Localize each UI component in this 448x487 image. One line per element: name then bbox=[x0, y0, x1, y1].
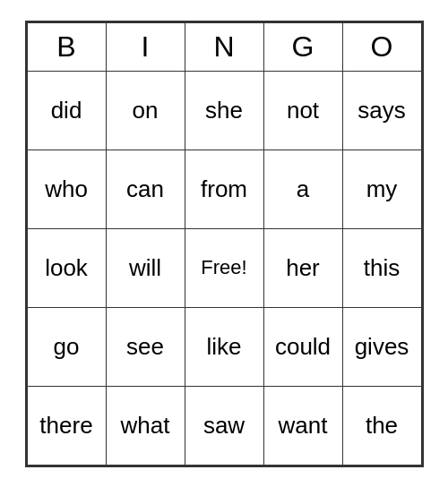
cell-1-3: a bbox=[263, 150, 342, 228]
header-row: BINGO bbox=[27, 22, 421, 71]
cell-2-3: her bbox=[263, 228, 342, 307]
header-col-g: G bbox=[263, 22, 342, 71]
cell-4-3: want bbox=[263, 386, 342, 465]
header-col-o: O bbox=[342, 22, 421, 71]
cell-3-1: see bbox=[106, 307, 185, 386]
cell-4-1: what bbox=[106, 386, 185, 465]
bingo-row-2: lookwillFree!herthis bbox=[27, 228, 421, 307]
header-col-i: I bbox=[106, 22, 185, 71]
header-col-b: B bbox=[27, 22, 106, 71]
cell-3-3: could bbox=[263, 307, 342, 386]
cell-0-3: not bbox=[263, 71, 342, 150]
bingo-body: didonshenotsayswhocanfromamylookwillFree… bbox=[27, 71, 421, 465]
cell-1-1: can bbox=[106, 150, 185, 228]
bingo-row-0: didonshenotsays bbox=[27, 71, 421, 150]
cell-4-2: saw bbox=[185, 386, 263, 465]
header-col-n: N bbox=[185, 22, 263, 71]
cell-2-0: look bbox=[27, 228, 106, 307]
cell-1-4: my bbox=[342, 150, 421, 228]
cell-0-0: did bbox=[27, 71, 106, 150]
cell-3-4: gives bbox=[342, 307, 421, 386]
cell-3-0: go bbox=[27, 307, 106, 386]
bingo-row-4: therewhatsawwantthe bbox=[27, 386, 421, 465]
cell-3-2: like bbox=[185, 307, 263, 386]
bingo-card: BINGO didonshenotsayswhocanfromamylookwi… bbox=[25, 21, 424, 467]
cell-4-4: the bbox=[342, 386, 421, 465]
cell-1-0: who bbox=[27, 150, 106, 228]
cell-2-4: this bbox=[342, 228, 421, 307]
cell-4-0: there bbox=[27, 386, 106, 465]
cell-1-2: from bbox=[185, 150, 263, 228]
bingo-row-3: goseelikecouldgives bbox=[27, 307, 421, 386]
bingo-row-1: whocanfromamy bbox=[27, 150, 421, 228]
cell-0-1: on bbox=[106, 71, 185, 150]
cell-2-2: Free! bbox=[185, 228, 263, 307]
cell-2-1: will bbox=[106, 228, 185, 307]
cell-0-2: she bbox=[185, 71, 263, 150]
bingo-table: BINGO didonshenotsayswhocanfromamylookwi… bbox=[27, 22, 422, 466]
cell-0-4: says bbox=[342, 71, 421, 150]
